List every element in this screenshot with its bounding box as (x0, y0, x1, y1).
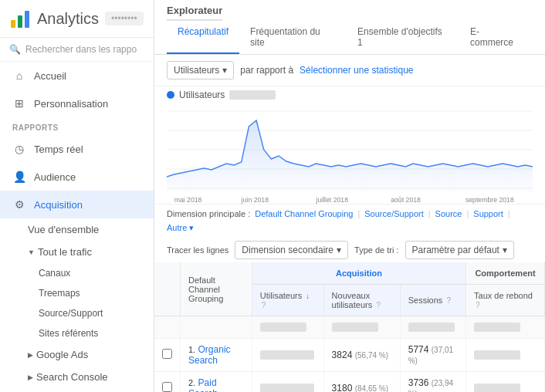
summary-utilisateurs: ███████ (252, 316, 323, 339)
help-icon3[interactable]: ? (446, 296, 451, 305)
chevron-down-icon-autre: ▾ (189, 223, 194, 232)
dimension-bar: Dimension principale : Default Channel G… (154, 204, 545, 238)
sidebar-sub-reseaux-sociaux[interactable]: ▶ Réseaux sociaux (0, 388, 154, 392)
sidebar-item-label: Temps réel (34, 144, 83, 155)
sidebar-item-personnalisation[interactable]: ⊞ Personnalisation (0, 90, 154, 117)
tab-frequentation[interactable]: Fréquentation du site (239, 22, 347, 54)
type-tri-label: Type de tri : (354, 245, 398, 255)
source-support-label: Source/Support (39, 308, 103, 319)
row-checkbox-2[interactable] (154, 372, 181, 393)
sidebar-item-label: Audience (34, 171, 76, 183)
metric-dropdown[interactable]: Utilisateurs ▾ (167, 61, 234, 79)
sidebar-item-label: Acquisition (34, 199, 83, 211)
table-wrapper: Default Channel Grouping Acquisition Com… (154, 262, 545, 392)
channel-link-1[interactable]: Organic Search (188, 344, 231, 366)
help-icon[interactable]: ? (262, 301, 266, 309)
tab-recapitulatif[interactable]: Récapitulatif (167, 22, 239, 54)
th-group-comportement: Comportement (466, 262, 545, 285)
sidebar-sub-sub-canaux[interactable]: Canaux (0, 263, 154, 283)
row-channel-2: 2. Paid Search (181, 372, 252, 393)
summary-row: ███████ ███████ ███████ ██ ██ % (154, 316, 545, 339)
table-row: 1. Organic Search █████████ 3824 (56,74 … (154, 339, 545, 372)
dim-secondaire-dropdown[interactable]: Dimension secondaire ▾ (235, 241, 348, 259)
row-channel-1: 1. Organic Search (181, 339, 252, 372)
explorer-header: Explorateur Récapitulatif Fréquentation … (154, 0, 545, 55)
analytics-logo-icon (9, 8, 31, 29)
svg-text:août 2018: août 2018 (391, 196, 421, 204)
row-nouveaux-2: 3180 (84,65 %) (323, 372, 400, 393)
summary-channel (181, 316, 252, 339)
sidebar-item-label: Personnalisation (34, 98, 108, 110)
collapse-icon2: ▶ (28, 373, 33, 381)
legend-label: Utilisateurs (179, 90, 225, 100)
chart-legend: Utilisateurs ████ (167, 90, 533, 100)
table-row: 2. Paid Search █████████ 3180 (84,65 %) … (154, 372, 545, 393)
account-name: •••••••• (105, 12, 144, 25)
sidebar-sub-item-label: Vue d'ensemble (28, 224, 99, 235)
chart-value: ████ (229, 90, 276, 100)
tabs-row: Récapitulatif Fréquentation du site Ense… (167, 20, 533, 54)
clock-icon: ◷ (12, 142, 26, 156)
chevron-down-icon: ▾ (503, 245, 507, 255)
svg-rect-0 (11, 20, 15, 28)
treemaps-label: Treemaps (39, 288, 80, 299)
th-taux-rebond[interactable]: Taux de rebond ? (466, 285, 545, 316)
sidebar-item-acquisition[interactable]: ⚙ Acquisition (0, 191, 154, 218)
gear-icon: ⚙ (12, 198, 26, 211)
help-icon2[interactable]: ? (376, 301, 381, 309)
svg-rect-2 (25, 11, 29, 28)
dim-link-autre[interactable]: Autre ▾ (167, 223, 194, 233)
collapse-icon: ▶ (28, 351, 33, 359)
row-nouveaux-1: 3824 (56,74 %) (323, 339, 400, 372)
dim-link-source-support[interactable]: Source/Support (364, 209, 423, 218)
row-checkbox-1[interactable] (154, 339, 181, 372)
sidebar-search[interactable]: 🔍 Rechercher dans les rappo (0, 38, 154, 62)
data-table: Default Channel Grouping Acquisition Com… (154, 262, 545, 392)
tab-ensemble-objectifs[interactable]: Ensemble d'objectifs 1 (347, 22, 459, 54)
dimension-value[interactable]: Default Channel Grouping (255, 209, 353, 218)
sites-referents-label: Sites référents (39, 328, 98, 339)
sidebar-sub-tout-le-trafic[interactable]: ▼ Tout le trafic (0, 241, 154, 263)
chevron-down-icon: ▾ (222, 65, 227, 76)
sidebar-sub-search-console[interactable]: ▶ Search Console (0, 366, 154, 388)
select-stat-link[interactable]: Sélectionner une statistique (300, 65, 413, 76)
app-title: Analytics (37, 10, 99, 28)
sidebar-sub-item-label: Tout le trafic (38, 246, 92, 258)
explorer-title: Explorateur (167, 5, 222, 21)
sidebar-item-accueil[interactable]: ⌂ Accueil (0, 62, 154, 90)
sidebar-item-audience[interactable]: 👤 Audience (0, 163, 154, 191)
parametre-dropdown[interactable]: Paramètre par défaut ▾ (405, 241, 514, 259)
dim-link-source[interactable]: Source (435, 209, 462, 218)
dim-link-support[interactable]: Support (473, 209, 503, 218)
svg-text:septembre 2018: septembre 2018 (465, 196, 514, 204)
sidebar-item-temps-reel[interactable]: ◷ Temps réel (0, 135, 154, 163)
th-group-acquisition: Acquisition (252, 262, 465, 285)
svg-text:juillet 2018: juillet 2018 (315, 196, 348, 204)
home-icon: ⌂ (12, 69, 26, 83)
th-sessions[interactable]: Sessions ? (400, 285, 465, 316)
person-icon: 👤 (12, 170, 26, 184)
chevron-down-icon: ▾ (337, 245, 341, 255)
search-console-label: Search Console (36, 371, 108, 383)
sidebar-sub-sub-source-support[interactable]: Source/Support (0, 303, 154, 323)
chart-svg: mai 2018 juin 2018 juillet 2018 août 201… (167, 103, 533, 204)
th-utilisateurs[interactable]: Utilisateurs ↓ ? (252, 285, 323, 316)
summary-nouveaux: ███████ (323, 316, 400, 339)
google-ads-label: Google Ads (36, 349, 88, 360)
sidebar-sub-sub-treemaps[interactable]: Treemaps (0, 283, 154, 303)
svg-text:juin 2018: juin 2018 (241, 196, 269, 204)
th-nouveaux[interactable]: Nouveaux utilisateurs ? (323, 285, 400, 316)
sidebar-sub-sub-sites-referents[interactable]: Sites référents (0, 323, 154, 343)
sidebar-sub-vue-ensemble[interactable]: Vue d'ensemble (0, 218, 154, 241)
search-placeholder-label: Rechercher dans les rappo (25, 44, 137, 55)
sidebar-item-label: Accueil (34, 70, 66, 82)
search-icon: 🔍 (9, 44, 21, 55)
sidebar-header: Analytics •••••••• (0, 0, 154, 38)
tab-ecommerce[interactable]: E-commerce (459, 22, 533, 54)
sidebar-sub-google-ads[interactable]: ▶ Google Ads (0, 343, 154, 366)
help-icon4[interactable]: ? (476, 301, 480, 309)
main-content: Explorateur Récapitulatif Fréquentation … (154, 0, 545, 392)
summary-sessions: ███████ (400, 316, 465, 339)
chart-area: Utilisateurs ████ (154, 86, 545, 204)
controls-row: Utilisateurs ▾ par rapport à Sélectionne… (154, 55, 545, 86)
